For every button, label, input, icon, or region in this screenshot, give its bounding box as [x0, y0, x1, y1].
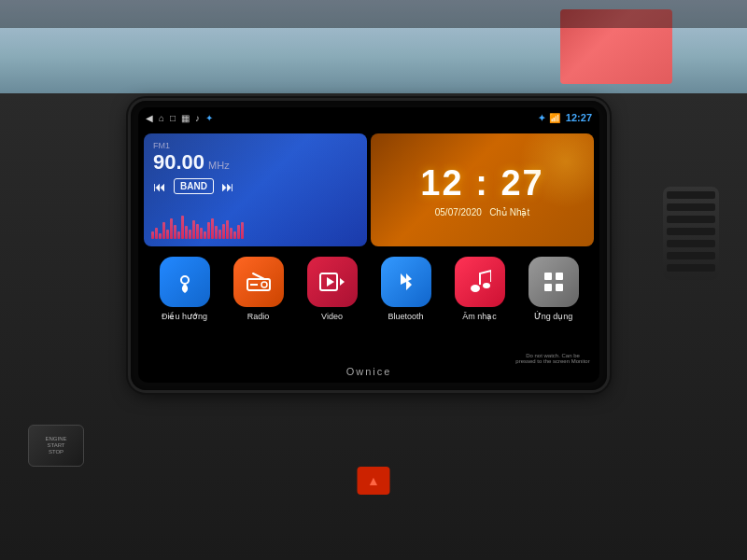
nav-controls: ◀ ⌂ □ ▦ ♪ ✦: [146, 113, 213, 123]
spectrum-bar: [241, 222, 244, 239]
brand-label: Ownice: [138, 366, 599, 377]
radio-icon: [233, 257, 284, 307]
spectrum-bar: [204, 231, 206, 239]
clock-display: 12 : 27: [380, 163, 585, 203]
svg-rect-11: [544, 284, 552, 291]
spectrum-bar: [211, 218, 214, 239]
grid-icon[interactable]: ▦: [181, 113, 190, 123]
spectrum-bar: [218, 230, 221, 239]
navigation-icon: [160, 257, 210, 307]
navigation-label: Điều hướng: [162, 312, 207, 321]
status-right: ✦ 📶 12:27: [538, 112, 592, 123]
spectrum-bar: [189, 230, 191, 239]
app-item-radio[interactable]: Radio: [233, 257, 284, 375]
clock-date: 05/07/2020 Chủ Nhật: [380, 207, 585, 217]
spectrum-bar: [170, 218, 173, 239]
spectrum-bar: [230, 228, 233, 239]
video-label: Video: [321, 312, 343, 321]
radio-next-icon[interactable]: ⏭: [221, 179, 234, 194]
bluetooth-status-icon: ✦: [205, 113, 213, 123]
music-label: Âm nhạc: [462, 312, 497, 321]
warning-label: Do not watch. Can be pressed to the scre…: [515, 353, 590, 364]
hazard-icon: ▲: [367, 473, 380, 488]
spectrum-bar: [215, 226, 218, 239]
apps-label: Ứng dụng: [534, 312, 573, 321]
bluetooth-icon: [381, 257, 431, 307]
video-icon: [307, 257, 358, 307]
svg-rect-12: [556, 284, 563, 291]
radio-fm-label: FM1: [153, 141, 358, 150]
status-bar: ◀ ⌂ □ ▦ ♪ ✦ ✦ 📶 12:27: [138, 107, 599, 128]
bluetooth-label: Bluetooth: [388, 312, 423, 321]
radio-band-button[interactable]: BAND: [174, 178, 214, 194]
start-button-label: ENGINESTARTSTOP: [45, 436, 66, 456]
home-icon[interactable]: ⌂: [159, 113, 164, 123]
spectrum-bar: [174, 225, 176, 239]
spectrum-bar: [185, 226, 188, 239]
radio-panel[interactable]: FM1 90.00 MHz ⏮ BAND ⏭: [144, 133, 367, 246]
radio-prev-icon[interactable]: ⏮: [153, 179, 166, 194]
status-time: 12:27: [566, 112, 592, 123]
spectrum-bar: [226, 220, 229, 239]
spectrum-bar: [159, 233, 162, 239]
radio-frequency: 90.00: [153, 152, 204, 173]
start-stop-button[interactable]: ENGINESTARTSTOP: [28, 425, 84, 467]
spectrum-bar: [155, 228, 158, 239]
music-icon: [455, 257, 505, 307]
main-content: FM1 90.00 MHz ⏮ BAND ⏭ 12 : 27: [138, 128, 599, 383]
right-vent: [663, 187, 719, 280]
status-icons: ✦ 📶: [538, 113, 560, 123]
screen: ◀ ⌂ □ ▦ ♪ ✦ ✦ 📶 12:27 FM1: [138, 107, 599, 383]
svg-point-2: [261, 282, 267, 287]
spectrum-bar: [181, 216, 184, 239]
spectrum-bar: [233, 231, 236, 239]
spectrum-bar: [177, 231, 180, 239]
apps-icon: [529, 257, 579, 307]
radio-spectrum: [151, 213, 359, 239]
svg-point-7: [471, 285, 480, 292]
spectrum-bar: [162, 222, 165, 239]
app-item-bluetooth[interactable]: Bluetooth: [381, 257, 431, 375]
svg-point-0: [181, 276, 189, 284]
spectrum-bar: [192, 220, 195, 239]
svg-rect-9: [544, 273, 552, 280]
clock-panel: 12 : 27 05/07/2020 Chủ Nhật: [371, 133, 594, 246]
spectrum-bar: [200, 228, 203, 239]
svg-marker-5: [340, 278, 345, 286]
spectrum-bar: [222, 224, 225, 239]
app-item-video[interactable]: Video: [307, 257, 358, 375]
spectrum-bar: [207, 222, 210, 239]
spectrum-bar: [196, 224, 199, 239]
svg-rect-10: [556, 273, 563, 280]
scene: ◀ ⌂ □ ▦ ♪ ✦ ✦ 📶 12:27 FM1: [0, 0, 747, 560]
apps-icon[interactable]: □: [170, 113, 176, 123]
hazard-button[interactable]: ▲: [358, 467, 390, 495]
top-panels: FM1 90.00 MHz ⏮ BAND ⏭ 12 : 27: [138, 128, 599, 249]
app-item-navigation[interactable]: Điều hướng: [160, 257, 210, 375]
app-item-music[interactable]: Âm nhạc: [455, 257, 505, 375]
svg-marker-6: [327, 277, 334, 287]
spectrum-bar: [151, 231, 154, 239]
wifi-icon: 📶: [549, 113, 560, 123]
radio-label: Radio: [247, 312, 270, 321]
spectrum-bar: [237, 225, 240, 239]
radio-controls: ⏮ BAND ⏭: [153, 178, 358, 194]
svg-point-8: [483, 283, 490, 288]
back-icon[interactable]: ◀: [146, 113, 153, 123]
music-icon[interactable]: ♪: [195, 113, 200, 123]
bluetooth-icon: ✦: [538, 113, 545, 123]
radio-unit: MHz: [208, 160, 230, 171]
spectrum-bar: [166, 230, 169, 239]
